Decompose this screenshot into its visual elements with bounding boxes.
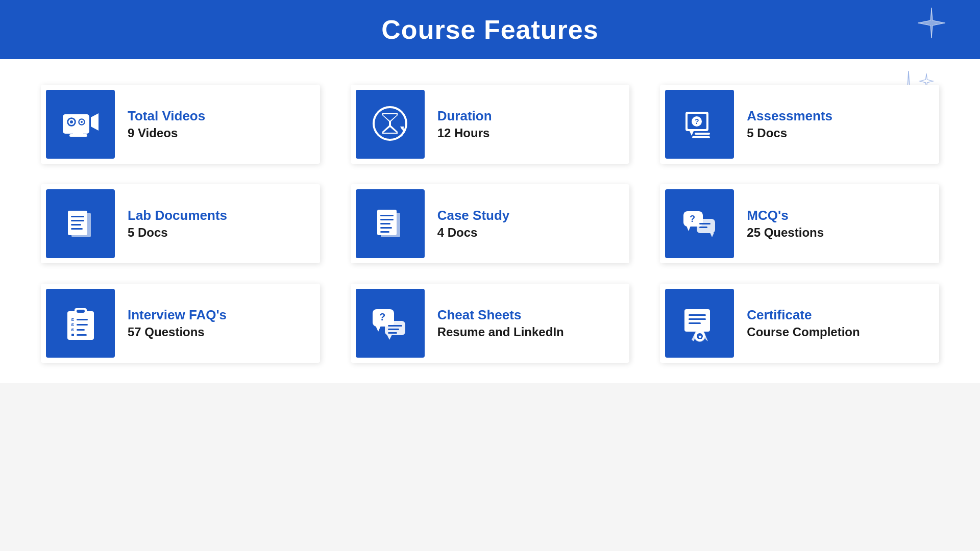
svg-marker-16 bbox=[690, 131, 694, 136]
lab-icon bbox=[60, 204, 101, 244]
card-mcqs: ? MCQ's 25 Questions bbox=[660, 184, 939, 263]
card-interview-faqs-text: Interview FAQ's 57 Questions bbox=[128, 307, 227, 339]
card-certificate: ★ Certificate Course Completion bbox=[660, 284, 939, 363]
svg-rect-9 bbox=[69, 134, 87, 137]
svg-point-3 bbox=[70, 120, 73, 123]
svg-rect-18 bbox=[692, 136, 710, 138]
card-interview-faqs-value: 57 Questions bbox=[128, 325, 227, 339]
card-mcqs-title: MCQ's bbox=[747, 208, 824, 223]
card-certificate-title: Certificate bbox=[747, 307, 860, 323]
svg-rect-35 bbox=[697, 219, 715, 233]
card-total-videos-text: Total Videos 9 Videos bbox=[128, 108, 205, 140]
card-mcqs-text: MCQ's 25 Questions bbox=[747, 208, 824, 240]
svg-rect-55 bbox=[77, 334, 87, 336]
svg-rect-63 bbox=[388, 332, 397, 334]
svg-rect-23 bbox=[71, 224, 81, 226]
clock-icon bbox=[370, 104, 410, 145]
svg-rect-53 bbox=[77, 329, 85, 331]
svg-rect-20 bbox=[68, 211, 87, 235]
card-assessments-value: 5 Docs bbox=[747, 126, 832, 140]
certificate-icon: ★ bbox=[679, 303, 720, 344]
casestudy-icon-bg bbox=[356, 189, 425, 258]
svg-text:?: ? bbox=[379, 311, 385, 322]
card-lab-documents-value: 5 Docs bbox=[128, 226, 227, 240]
svg-text:?: ? bbox=[695, 117, 699, 126]
svg-rect-41 bbox=[77, 310, 85, 313]
main-content: Total Videos 9 Videos bbox=[0, 59, 980, 383]
svg-rect-17 bbox=[695, 133, 710, 135]
card-certificate-value: Course Completion bbox=[747, 325, 860, 339]
video-icon bbox=[60, 104, 101, 145]
card-cheat-sheets-value: Resume and LinkedIn bbox=[437, 325, 564, 339]
svg-rect-62 bbox=[388, 329, 399, 330]
svg-rect-24 bbox=[71, 228, 83, 230]
svg-marker-7 bbox=[91, 113, 99, 131]
card-assessments: ? Assessments 5 Docs bbox=[660, 85, 939, 164]
clock-icon-bg bbox=[356, 90, 425, 159]
card-case-study-title: Case Study bbox=[437, 208, 510, 223]
faq-icon-bg bbox=[46, 289, 115, 358]
cheatsheet-icon: ? bbox=[370, 303, 410, 344]
page-title: Course Features bbox=[0, 14, 980, 45]
svg-rect-27 bbox=[380, 215, 394, 216]
card-interview-faqs: Interview FAQ's 57 Questions bbox=[41, 284, 320, 363]
card-lab-documents-title: Lab Documents bbox=[128, 208, 227, 223]
assessment-icon: ? bbox=[679, 104, 720, 145]
svg-rect-61 bbox=[388, 325, 402, 327]
card-total-videos-title: Total Videos bbox=[128, 108, 205, 124]
svg-marker-57 bbox=[376, 326, 381, 332]
card-lab-documents: Lab Documents 5 Docs bbox=[41, 184, 320, 263]
features-grid: Total Videos 9 Videos bbox=[41, 85, 939, 363]
svg-rect-45 bbox=[77, 319, 88, 320]
card-lab-documents-text: Lab Documents 5 Docs bbox=[128, 208, 227, 240]
mcq-icon-bg: ? bbox=[665, 189, 734, 258]
assessment-icon-bg: ? bbox=[665, 90, 734, 159]
card-cheat-sheets: ? Cheat Sheets Resume and LinkedIn bbox=[351, 284, 630, 363]
mcq-icon: ? bbox=[679, 204, 720, 244]
card-duration: Duration 12 Hours bbox=[351, 85, 630, 164]
svg-marker-36 bbox=[710, 233, 714, 237]
svg-rect-28 bbox=[380, 219, 394, 220]
card-case-study-value: 4 Docs bbox=[437, 226, 510, 240]
card-duration-title: Duration bbox=[437, 108, 492, 124]
header-decoration bbox=[914, 5, 949, 46]
casestudy-icon bbox=[370, 204, 410, 244]
svg-rect-65 bbox=[689, 314, 706, 316]
card-assessments-text: Assessments 5 Docs bbox=[747, 108, 832, 140]
video-icon-bg bbox=[46, 90, 115, 159]
card-duration-value: 12 Hours bbox=[437, 126, 492, 140]
card-cheat-sheets-text: Cheat Sheets Resume and LinkedIn bbox=[437, 307, 564, 339]
svg-marker-33 bbox=[687, 226, 691, 231]
svg-rect-29 bbox=[380, 223, 390, 224]
svg-rect-54 bbox=[71, 334, 74, 336]
card-case-study: Case Study 4 Docs bbox=[351, 184, 630, 263]
card-certificate-text: Certificate Course Completion bbox=[747, 307, 860, 339]
svg-rect-49 bbox=[77, 324, 88, 325]
svg-rect-66 bbox=[689, 318, 706, 320]
svg-point-6 bbox=[81, 121, 83, 123]
lab-icon-bg bbox=[46, 189, 115, 258]
card-total-videos-value: 9 Videos bbox=[128, 126, 205, 140]
card-total-videos: Total Videos 9 Videos bbox=[41, 85, 320, 164]
svg-rect-31 bbox=[380, 231, 389, 233]
card-cheat-sheets-title: Cheat Sheets bbox=[437, 307, 564, 323]
card-case-study-text: Case Study 4 Docs bbox=[437, 208, 510, 240]
svg-rect-67 bbox=[689, 322, 701, 324]
faq-icon bbox=[60, 303, 101, 344]
card-assessments-title: Assessments bbox=[747, 108, 832, 124]
svg-rect-37 bbox=[699, 223, 710, 224]
card-mcqs-value: 25 Questions bbox=[747, 226, 824, 240]
svg-rect-22 bbox=[71, 220, 84, 221]
card-duration-text: Duration 12 Hours bbox=[437, 108, 492, 140]
svg-rect-38 bbox=[699, 227, 707, 228]
svg-text:?: ? bbox=[690, 214, 695, 224]
svg-text:★: ★ bbox=[698, 334, 702, 339]
card-interview-faqs-title: Interview FAQ's bbox=[128, 307, 227, 323]
svg-rect-64 bbox=[684, 309, 710, 332]
svg-rect-21 bbox=[71, 216, 84, 217]
svg-rect-30 bbox=[380, 227, 392, 229]
cheatsheet-icon-bg: ? bbox=[356, 289, 425, 358]
page-header: Course Features bbox=[0, 0, 980, 59]
svg-marker-60 bbox=[387, 335, 392, 340]
certificate-icon-bg: ★ bbox=[665, 289, 734, 358]
